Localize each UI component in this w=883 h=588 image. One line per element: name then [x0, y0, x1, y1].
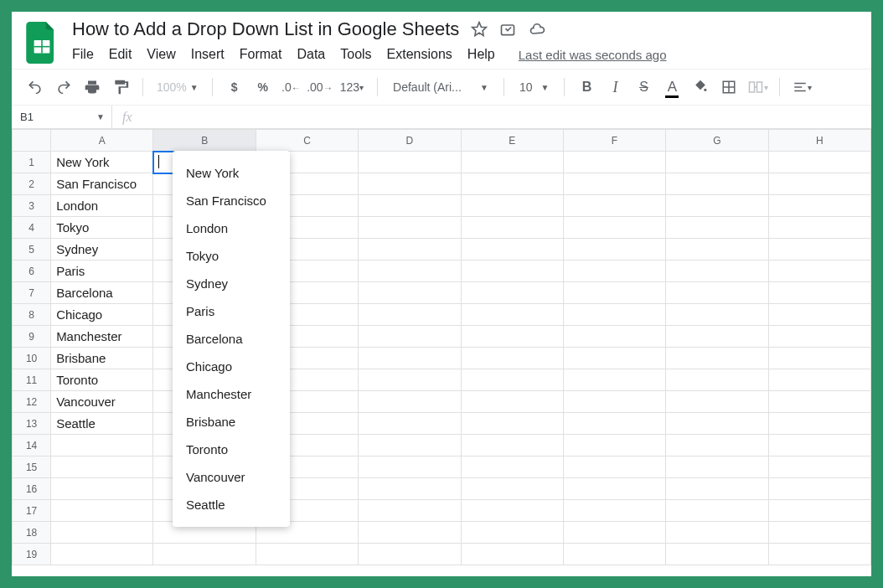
cell[interactable]: Sydney	[51, 239, 153, 260]
cell[interactable]	[461, 413, 563, 435]
col-header-C[interactable]: C	[256, 130, 358, 152]
menu-format[interactable]: Format	[240, 47, 282, 62]
cell[interactable]	[666, 500, 768, 522]
cell[interactable]	[153, 544, 256, 565]
increase-decimal-button[interactable]: .00→	[308, 75, 332, 99]
spreadsheet-grid[interactable]: A B C D E F G H 1New York2San Francisco3…	[12, 129, 871, 565]
dropdown-option[interactable]: Toronto	[173, 436, 290, 463]
row-header[interactable]: 11	[13, 369, 51, 391]
cell[interactable]	[666, 260, 768, 282]
dropdown-option[interactable]: Tokyo	[173, 242, 290, 270]
cell[interactable]	[461, 369, 563, 391]
cell[interactable]	[359, 522, 461, 544]
col-header-B[interactable]: B	[153, 130, 256, 152]
menu-help[interactable]: Help	[467, 47, 495, 62]
cell[interactable]: San Francisco	[51, 173, 153, 195]
menu-data[interactable]: Data	[297, 47, 325, 62]
borders-button[interactable]	[717, 75, 741, 99]
fill-color-button[interactable]	[689, 75, 712, 99]
cell[interactable]	[461, 195, 563, 217]
cell[interactable]	[768, 239, 870, 260]
move-icon[interactable]	[499, 21, 516, 38]
col-header-H[interactable]: H	[768, 130, 870, 152]
cell[interactable]	[563, 217, 665, 239]
cell[interactable]: Paris	[51, 260, 153, 282]
dropdown-option[interactable]: Vancouver	[173, 463, 290, 491]
cell[interactable]	[563, 544, 665, 565]
cell[interactable]	[359, 152, 461, 173]
menu-edit[interactable]: Edit	[109, 47, 132, 62]
bold-button[interactable]: B	[575, 75, 598, 99]
cell[interactable]	[768, 456, 870, 478]
select-all-corner[interactable]	[13, 130, 51, 152]
cell[interactable]	[51, 456, 153, 478]
cell[interactable]	[666, 173, 768, 195]
cell[interactable]	[359, 326, 461, 348]
merge-button[interactable]: ▾	[746, 75, 769, 99]
col-header-E[interactable]: E	[461, 130, 563, 152]
cell[interactable]	[563, 413, 665, 435]
cell[interactable]	[768, 282, 870, 304]
cell[interactable]	[768, 217, 870, 239]
cell[interactable]	[563, 260, 665, 282]
cell[interactable]	[51, 522, 153, 544]
cell[interactable]	[768, 326, 870, 348]
cell[interactable]	[666, 348, 768, 369]
cell[interactable]	[768, 391, 870, 413]
cell[interactable]	[51, 478, 153, 500]
row-header[interactable]: 2	[13, 173, 51, 195]
cell[interactable]	[666, 152, 768, 173]
row-header[interactable]: 6	[13, 260, 51, 282]
row-header[interactable]: 8	[13, 304, 51, 326]
cell[interactable]	[359, 478, 461, 500]
cell[interactable]	[563, 369, 665, 391]
cell[interactable]: Seattle	[51, 413, 153, 435]
cell[interactable]	[563, 282, 665, 304]
cell[interactable]	[768, 260, 870, 282]
cloud-icon[interactable]	[528, 21, 546, 38]
font-size-picker[interactable]: 10▼	[514, 80, 554, 94]
cell[interactable]	[666, 478, 768, 500]
dropdown-option[interactable]: London	[173, 214, 290, 242]
cell[interactable]: Toronto	[51, 369, 153, 391]
cell[interactable]	[359, 369, 461, 391]
star-icon[interactable]	[471, 21, 488, 38]
cell[interactable]	[461, 173, 563, 195]
cell[interactable]	[359, 456, 461, 478]
cell[interactable]	[768, 500, 870, 522]
cell[interactable]	[563, 478, 665, 500]
cell[interactable]	[51, 544, 153, 565]
cell[interactable]	[461, 152, 563, 173]
redo-icon[interactable]	[52, 75, 75, 99]
cell[interactable]	[768, 522, 870, 544]
cell[interactable]: New York	[51, 152, 153, 173]
cell[interactable]	[768, 173, 870, 195]
cell[interactable]	[666, 369, 768, 391]
cell[interactable]	[461, 544, 563, 565]
menu-extensions[interactable]: Extensions	[387, 47, 452, 62]
cell[interactable]	[461, 239, 563, 260]
cell[interactable]	[563, 522, 665, 544]
cell[interactable]	[563, 435, 665, 456]
cell[interactable]	[768, 195, 870, 217]
row-header[interactable]: 1	[13, 152, 51, 173]
menu-view[interactable]: View	[147, 47, 175, 62]
cell[interactable]	[666, 544, 768, 565]
cell[interactable]	[461, 282, 563, 304]
row-header[interactable]: 12	[13, 391, 51, 413]
cell[interactable]	[666, 217, 768, 239]
cell[interactable]	[461, 522, 563, 544]
row-header[interactable]: 5	[13, 239, 51, 260]
strike-button[interactable]: S	[632, 75, 655, 99]
dropdown-option[interactable]: Seattle	[173, 491, 290, 518]
cell[interactable]	[666, 282, 768, 304]
cell[interactable]: Tokyo	[51, 217, 153, 239]
col-header-G[interactable]: G	[666, 130, 768, 152]
align-button[interactable]: ▾	[790, 75, 813, 99]
dropdown-option[interactable]: Brisbane	[173, 408, 290, 436]
dropdown-option[interactable]: San Francisco	[173, 187, 290, 214]
cell[interactable]	[666, 413, 768, 435]
row-header[interactable]: 3	[13, 195, 51, 217]
print-icon[interactable]	[80, 75, 104, 99]
cell[interactable]	[768, 413, 870, 435]
